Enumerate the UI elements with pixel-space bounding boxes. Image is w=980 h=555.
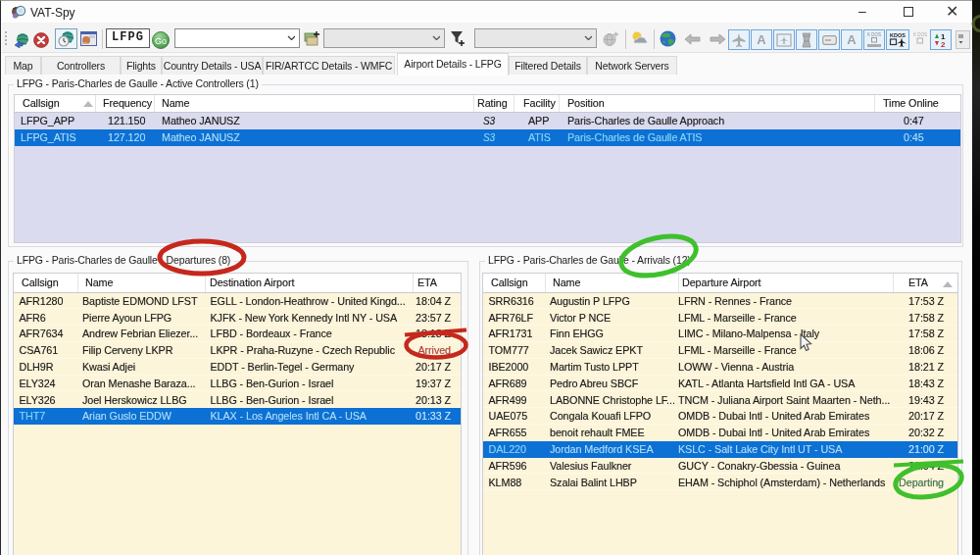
svg-text:2: 2 xyxy=(941,40,946,48)
svg-text:K DOS: K DOS xyxy=(867,32,881,37)
svg-text:Go: Go xyxy=(155,36,167,46)
svg-text:KDOS: KDOS xyxy=(890,32,906,38)
svg-text:K DOS: K DOS xyxy=(913,32,927,37)
